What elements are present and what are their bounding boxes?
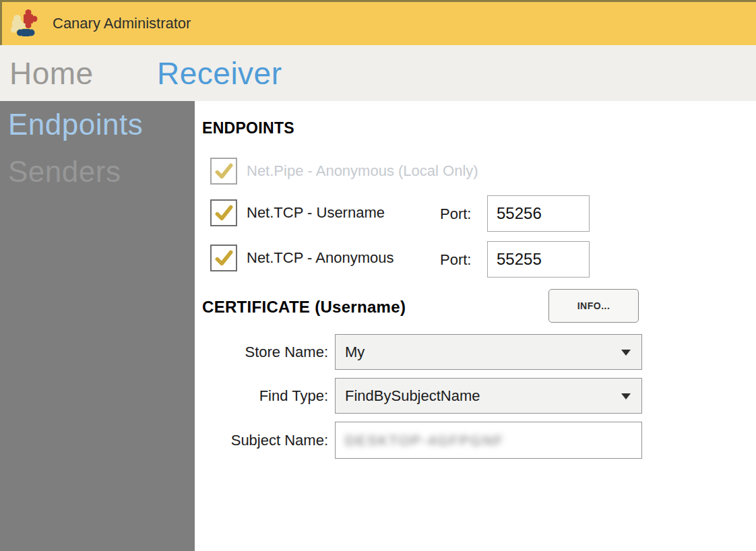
store-name-select[interactable]: My	[335, 334, 642, 370]
tab-receiver[interactable]: Receiver	[157, 55, 282, 92]
nettcp-username-label: Net.TCP - Username	[247, 204, 385, 222]
nettcp-username-checkbox[interactable]	[210, 199, 237, 226]
endpoint-row-nettcp-username: Net.TCP - Username	[210, 199, 385, 226]
port-input-anonymous[interactable]	[487, 241, 590, 278]
subject-name-input[interactable]: DESKTOP-4GFPGNF	[335, 422, 642, 459]
endpoints-heading: ENDPOINTS	[202, 119, 294, 137]
sidebar-item-senders[interactable]: Senders	[0, 148, 195, 195]
tab-bar: Home Receiver ×	[0, 45, 756, 101]
port-label-anonymous: Port:	[440, 251, 471, 269]
find-type-value: FindBySubjectName	[345, 387, 480, 405]
store-name-label: Store Name:	[207, 344, 328, 361]
checkmark-icon	[215, 162, 233, 181]
nettcp-anonymous-checkbox[interactable]	[210, 245, 237, 271]
title-bar: Canary Administrator	[0, 0, 756, 45]
checkmark-icon	[215, 249, 233, 267]
app-logo-puzzle-icon	[9, 9, 39, 38]
sidebar-item-endpoints[interactable]: Endpoints	[0, 101, 195, 148]
netpipe-checkbox	[210, 158, 237, 185]
window-title: Canary Administrator	[53, 15, 191, 32]
port-label-username: Port:	[440, 205, 471, 223]
checkmark-icon	[215, 204, 233, 222]
subject-name-label: Subject Name:	[207, 432, 328, 449]
certificate-heading: CERTIFICATE (Username)	[202, 298, 406, 317]
main-content: ENDPOINTS Net.Pipe - Anonymous (Local On…	[195, 101, 756, 551]
subject-name-value-redacted: DESKTOP-4GFPGNF	[345, 432, 504, 449]
certificate-info-button[interactable]: INFO...	[548, 289, 639, 323]
nettcp-anonymous-label: Net.TCP - Anonymous	[247, 249, 393, 267]
chevron-down-icon	[621, 393, 631, 399]
sidebar: Endpoints Senders	[0, 101, 195, 551]
endpoint-row-netpipe: Net.Pipe - Anonymous (Local Only)	[210, 158, 478, 185]
chevron-down-icon	[621, 350, 631, 356]
endpoint-row-nettcp-anonymous: Net.TCP - Anonymous	[210, 245, 393, 271]
port-input-username[interactable]	[487, 195, 590, 232]
app-window: Canary Administrator Home Receiver × End…	[0, 0, 756, 551]
store-name-value: My	[345, 344, 365, 361]
tab-home[interactable]: Home	[9, 55, 94, 92]
find-type-label: Find Type:	[207, 387, 328, 405]
find-type-select[interactable]: FindBySubjectName	[335, 378, 642, 414]
netpipe-label: Net.Pipe - Anonymous (Local Only)	[247, 162, 478, 180]
